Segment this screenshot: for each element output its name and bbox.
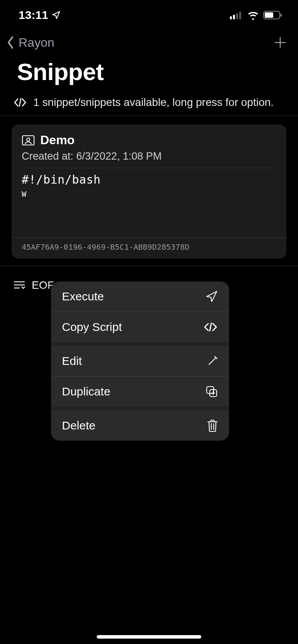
- snippet-meta: Created at: 6/3/2022, 1:08 PM: [12, 150, 286, 168]
- page-title: Snippet: [0, 53, 298, 96]
- menu-item-label: Duplicate: [62, 385, 110, 398]
- status-bar: 13:11: [0, 0, 298, 26]
- subtitle-row: 1 snippet/snippets available, long press…: [0, 96, 298, 116]
- svg-rect-3: [239, 12, 241, 19]
- menu-item-execute[interactable]: Execute: [51, 281, 229, 312]
- context-menu: Execute Copy Script Edit Duplicate: [51, 281, 229, 441]
- code-icon: [13, 97, 27, 108]
- back-button[interactable]: Rayon: [5, 35, 55, 50]
- svg-line-16: [209, 358, 216, 365]
- add-button[interactable]: [273, 36, 287, 49]
- eof-label: EOF: [32, 279, 54, 291]
- snippet-title: Demo: [40, 133, 75, 147]
- cellular-icon: [230, 11, 243, 19]
- menu-item-duplicate[interactable]: Duplicate: [51, 377, 229, 407]
- wifi-icon: [247, 10, 259, 20]
- svg-rect-2: [236, 13, 238, 19]
- svg-point-11: [27, 138, 30, 141]
- menu-item-edit[interactable]: Edit: [51, 346, 229, 376]
- snippet-code: #!/bin/bash W: [12, 168, 286, 199]
- code-icon: [203, 321, 218, 333]
- home-indicator[interactable]: [97, 635, 201, 639]
- svg-rect-0: [230, 16, 232, 19]
- duplicate-icon: [205, 385, 218, 398]
- menu-item-copy-script[interactable]: Copy Script: [51, 312, 229, 342]
- location-icon: [51, 10, 61, 20]
- status-time: 13:11: [19, 9, 48, 22]
- svg-line-15: [210, 323, 211, 331]
- svg-line-9: [19, 99, 21, 106]
- menu-item-label: Execute: [62, 290, 104, 303]
- subtitle-text: 1 snippet/snippets available, long press…: [33, 96, 274, 109]
- svg-rect-10: [22, 136, 34, 145]
- trash-icon: [207, 419, 218, 432]
- send-icon: [205, 290, 218, 303]
- back-label: Rayon: [19, 36, 55, 50]
- svg-rect-1: [233, 15, 235, 19]
- nav-bar: Rayon: [0, 26, 298, 53]
- battery-icon: [263, 10, 283, 20]
- menu-item-label: Edit: [62, 354, 82, 368]
- snippet-card[interactable]: Demo Created at: 6/3/2022, 1:08 PM #!/bi…: [12, 124, 286, 259]
- menu-item-label: Delete: [62, 419, 96, 432]
- chevron-left-icon: [5, 35, 16, 50]
- snippet-id: 45AF76A9-0196-4969-B5C1-ABB9D285378D: [12, 237, 286, 252]
- pencil-icon: [207, 355, 218, 367]
- menu-item-label: Copy Script: [62, 320, 122, 334]
- person-card-icon: [22, 135, 35, 146]
- svg-rect-5: [265, 12, 273, 18]
- menu-item-delete[interactable]: Delete: [51, 411, 229, 441]
- svg-rect-6: [281, 14, 282, 17]
- list-end-icon: [13, 280, 26, 290]
